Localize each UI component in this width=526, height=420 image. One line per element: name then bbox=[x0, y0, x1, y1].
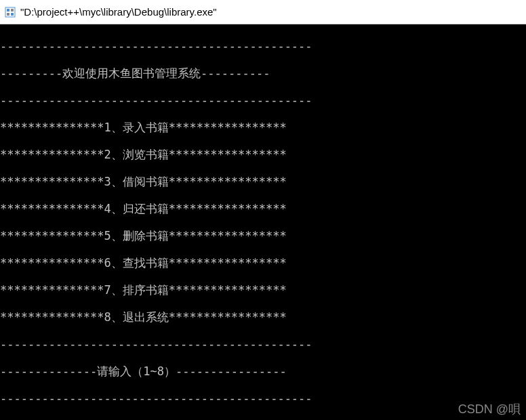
window-title-bar: "D:\project++\myc\library\Debug\library.… bbox=[0, 0, 526, 24]
window-title: "D:\project++\myc\library\Debug\library.… bbox=[20, 6, 217, 18]
svg-rect-2 bbox=[11, 9, 14, 12]
console-line: ***************4、归还书籍***************** bbox=[0, 202, 526, 215]
console-line: ----------------------------------------… bbox=[0, 39, 526, 53]
window-icon bbox=[4, 6, 16, 18]
console-line: ***************7、排序书籍***************** bbox=[0, 283, 526, 297]
svg-rect-3 bbox=[7, 13, 9, 16]
svg-rect-1 bbox=[7, 9, 9, 12]
console-line: ----------------------------------------… bbox=[0, 93, 526, 107]
console-line: ***************6、查找书籍***************** bbox=[0, 256, 526, 270]
watermark: CSDN @唄 bbox=[458, 401, 521, 417]
console-line: ---------欢迎使用木鱼图书管理系统---------- bbox=[0, 66, 526, 80]
console-output[interactable]: ----------------------------------------… bbox=[0, 24, 526, 420]
console-line: ***************2、浏览书籍***************** bbox=[0, 148, 526, 161]
console-line: --------------请输入（1~8）---------------- bbox=[0, 364, 526, 378]
console-line: ***************3、借阅书籍***************** bbox=[0, 175, 526, 188]
console-line: ***************8、退出系统***************** bbox=[0, 310, 526, 324]
console-line: ----------------------------------------… bbox=[0, 392, 526, 405]
svg-rect-4 bbox=[11, 13, 14, 16]
console-line: ----------------------------------------… bbox=[0, 337, 526, 351]
console-line: ***************1、录入书籍***************** bbox=[0, 121, 526, 134]
console-line: ***************5、删除书籍***************** bbox=[0, 229, 526, 243]
